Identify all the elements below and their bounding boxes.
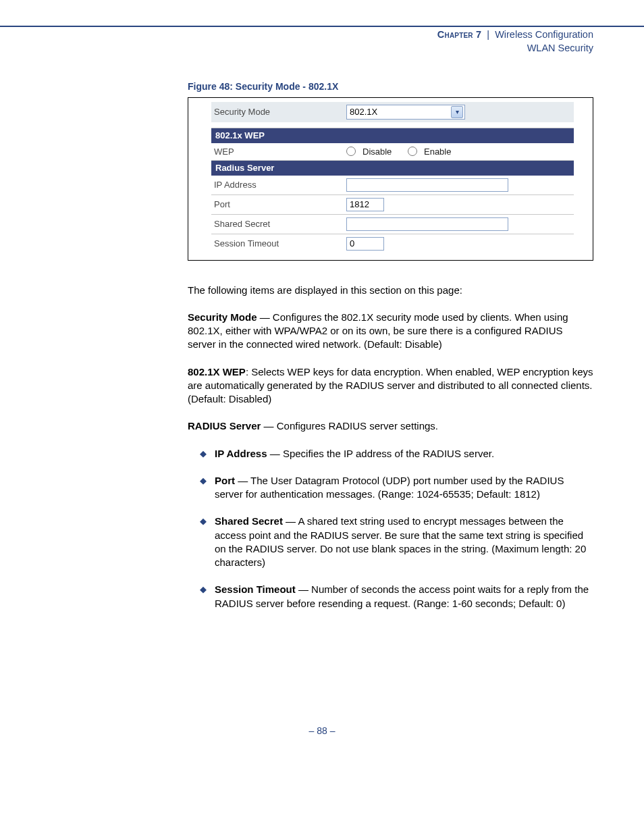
li-secret-term: Shared Secret	[215, 515, 283, 527]
radius-list: IP Address — Specifies the IP address of…	[200, 447, 593, 610]
ip-input[interactable]	[346, 178, 508, 192]
page-footer: – 88 –	[0, 725, 644, 756]
wep-options: Disable Enable	[346, 146, 464, 158]
secret-label: Shared Secret	[211, 218, 346, 230]
timeout-input[interactable]: 0	[346, 237, 384, 251]
li-timeout-term: Session Timeout	[215, 583, 296, 595]
li-port-term: Port	[215, 475, 235, 486]
security-mode-term: Security Mode	[188, 311, 257, 323]
security-mode-select[interactable]: 802.1X ▾	[346, 105, 465, 120]
ip-row: IP Address	[211, 176, 574, 194]
figure-caption: Figure 48: Security Mode - 802.1X	[188, 80, 593, 93]
li-port-text: — The User Datagram Protocol (UDP) port …	[215, 475, 564, 500]
wep-enable-label: Enable	[424, 147, 451, 157]
radius-text: — Configures RADIUS server settings.	[261, 420, 438, 432]
radius-desc: RADIUS Server — Configures RADIUS server…	[188, 419, 593, 433]
figure-box: Security Mode 802.1X ▾ 802.1x WEP WEP Di…	[188, 97, 593, 261]
header-chapter: Chapter 7	[437, 29, 481, 40]
security-mode-value: 802.1X	[350, 106, 377, 118]
secret-row: Shared Secret	[211, 214, 574, 234]
chevron-down-icon: ▾	[451, 106, 463, 118]
intro-text: The following items are displayed in thi…	[188, 284, 593, 297]
port-input[interactable]: 1812	[346, 198, 384, 211]
page-header: Chapter 7 | Wireless Configuration WLAN …	[0, 27, 644, 55]
header-title: Wireless Configuration	[495, 29, 593, 40]
timeout-row: Session Timeout 0	[211, 234, 574, 253]
wep-disable-radio[interactable]	[346, 147, 356, 156]
wep-disable-label: Disable	[363, 147, 392, 157]
port-label: Port	[211, 199, 346, 211]
wep-label: WEP	[211, 146, 346, 158]
wep-row: WEP Disable Enable	[211, 143, 574, 161]
security-mode-desc: Security Mode — Configures the 802.1X se…	[188, 311, 593, 352]
radius-term: RADIUS Server	[188, 420, 261, 432]
section-wep: 802.1x WEP	[211, 128, 574, 143]
li-ip-term: IP Address	[215, 448, 267, 459]
security-mode-row: Security Mode 802.1X ▾	[211, 102, 574, 122]
list-item-secret: Shared Secret — A shared text string use…	[200, 515, 593, 569]
wep-term: 802.1X WEP	[188, 366, 246, 377]
li-ip-text: — Specifies the IP address of the RADIUS…	[267, 448, 495, 459]
body-text: The following items are displayed in thi…	[188, 284, 593, 610]
secret-input[interactable]	[346, 217, 508, 231]
wep-desc: 802.1X WEP: Selects WEP keys for data en…	[188, 365, 593, 407]
wep-text: : Selects WEP keys for data encryption. …	[188, 366, 593, 405]
list-item-port: Port — The User Datagram Protocol (UDP) …	[200, 474, 593, 502]
security-mode-label: Security Mode	[211, 106, 346, 118]
timeout-label: Session Timeout	[211, 238, 346, 250]
port-row: Port 1812	[211, 194, 574, 214]
wep-enable-radio[interactable]	[408, 147, 417, 156]
ip-label: IP Address	[211, 179, 346, 191]
list-item-timeout: Session Timeout — Number of seconds the …	[200, 583, 593, 610]
header-subtitle: WLAN Security	[527, 43, 593, 53]
header-separator: |	[484, 29, 492, 40]
list-item-ip: IP Address — Specifies the IP address of…	[200, 447, 593, 461]
section-radius: Radius Server	[211, 160, 574, 176]
